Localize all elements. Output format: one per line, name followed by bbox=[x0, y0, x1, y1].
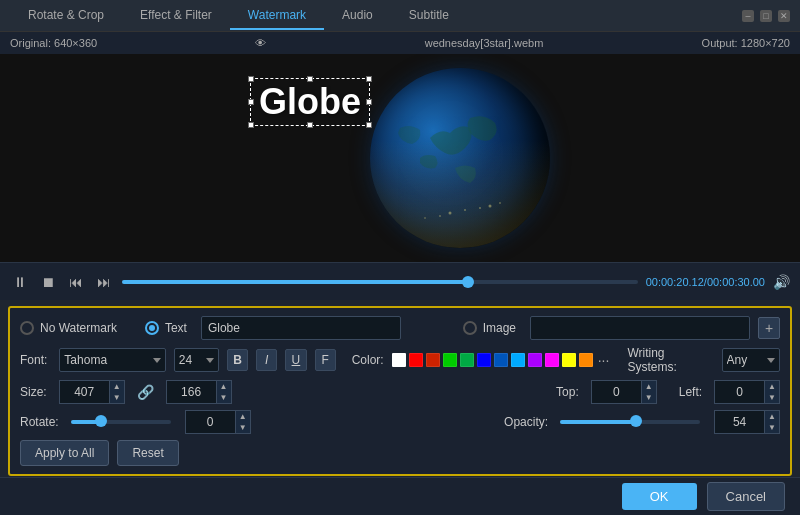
swatch-green[interactable] bbox=[443, 353, 457, 367]
resize-handle-bl[interactable] bbox=[248, 122, 254, 128]
text-radio[interactable] bbox=[145, 321, 159, 335]
reset-button[interactable]: Reset bbox=[117, 440, 178, 466]
svg-point-5 bbox=[424, 217, 426, 219]
svg-point-2 bbox=[439, 215, 441, 217]
size-height-down[interactable]: ▼ bbox=[217, 392, 231, 403]
opacity-down[interactable]: ▼ bbox=[765, 422, 779, 433]
size-height-up[interactable]: ▲ bbox=[217, 381, 231, 392]
no-watermark-option[interactable]: No Watermark bbox=[20, 321, 117, 335]
swatch-orange[interactable] bbox=[579, 353, 593, 367]
rotate-up[interactable]: ▲ bbox=[236, 411, 250, 422]
pause-button[interactable]: ⏸ bbox=[10, 272, 30, 292]
add-image-button[interactable]: + bbox=[758, 317, 780, 339]
resize-handle-ml[interactable] bbox=[248, 99, 254, 105]
tab-subtitle[interactable]: Subtitle bbox=[391, 2, 467, 30]
stop-button[interactable]: ⏹ bbox=[38, 272, 58, 292]
left-down[interactable]: ▼ bbox=[765, 392, 779, 403]
underline-button[interactable]: U bbox=[285, 349, 306, 371]
size-position-row: Size: ▲ ▼ 🔗 ▲ ▼ Top: ▲ ▼ Left: bbox=[20, 380, 780, 404]
rotate-input: ▲ ▼ bbox=[185, 410, 251, 434]
rotate-field[interactable] bbox=[185, 410, 235, 434]
minimize-button[interactable]: – bbox=[742, 10, 754, 22]
no-watermark-radio[interactable] bbox=[20, 321, 34, 335]
image-option[interactable]: Image bbox=[463, 321, 516, 335]
apply-to-all-button[interactable]: Apply to All bbox=[20, 440, 109, 466]
progress-track[interactable] bbox=[122, 280, 638, 284]
swatch-light-blue[interactable] bbox=[511, 353, 525, 367]
writing-systems-label: Writing Systems: bbox=[627, 346, 713, 374]
rotate-slider-thumb[interactable] bbox=[95, 415, 107, 427]
writing-systems-select[interactable]: Any bbox=[722, 348, 781, 372]
bold-button[interactable]: B bbox=[227, 349, 248, 371]
next-frame-button[interactable]: ⏭ bbox=[94, 272, 114, 292]
size-height-field[interactable] bbox=[166, 380, 216, 404]
volume-button[interactable]: 🔊 bbox=[773, 274, 790, 290]
opacity-spinners: ▲ ▼ bbox=[764, 410, 780, 434]
progress-thumb[interactable] bbox=[462, 276, 474, 288]
svg-point-4 bbox=[489, 205, 492, 208]
resize-handle-tm[interactable] bbox=[307, 76, 313, 82]
size-width-down[interactable]: ▼ bbox=[110, 392, 124, 403]
image-label: Image bbox=[483, 321, 516, 335]
font-size-select[interactable]: 24 bbox=[174, 348, 219, 372]
size-width-up[interactable]: ▲ bbox=[110, 381, 124, 392]
playback-bar: ⏸ ⏹ ⏮ ⏭ 00:00:20.12/00:00:30.00 🔊 bbox=[0, 262, 800, 300]
swatch-blue[interactable] bbox=[477, 353, 491, 367]
more-colors-button[interactable]: ··· bbox=[596, 352, 612, 368]
link-dimensions-button[interactable]: 🔗 bbox=[133, 384, 158, 400]
resize-handle-mr[interactable] bbox=[366, 99, 372, 105]
swatch-white[interactable] bbox=[392, 353, 406, 367]
resize-handle-tr[interactable] bbox=[366, 76, 372, 82]
opacity-slider[interactable] bbox=[560, 420, 700, 424]
ok-button[interactable]: OK bbox=[622, 483, 697, 510]
top-down[interactable]: ▼ bbox=[642, 392, 656, 403]
top-spinners: ▲ ▼ bbox=[641, 380, 657, 404]
close-button[interactable]: ✕ bbox=[778, 10, 790, 22]
globe-preview: Globe bbox=[230, 58, 570, 258]
swatch-yellow[interactable] bbox=[562, 353, 576, 367]
resize-handle-tl[interactable] bbox=[248, 76, 254, 82]
swatch-magenta[interactable] bbox=[545, 353, 559, 367]
left-up[interactable]: ▲ bbox=[765, 381, 779, 392]
resize-handle-bm[interactable] bbox=[307, 122, 313, 128]
opacity-field[interactable] bbox=[714, 410, 764, 434]
rotate-opacity-row: Rotate: ▲ ▼ Opacity: ▲ ▼ bbox=[20, 410, 780, 434]
top-up[interactable]: ▲ bbox=[642, 381, 656, 392]
watermark-text-overlay[interactable]: Globe bbox=[250, 78, 370, 126]
preview-canvas: Globe bbox=[0, 32, 800, 262]
visibility-toggle[interactable]: 👁 bbox=[255, 37, 266, 49]
tab-audio[interactable]: Audio bbox=[324, 2, 391, 30]
tab-bar: Rotate & Crop Effect & Filter Watermark … bbox=[0, 0, 800, 32]
swatch-dark-green[interactable] bbox=[460, 353, 474, 367]
swatch-purple[interactable] bbox=[528, 353, 542, 367]
resize-handle-br[interactable] bbox=[366, 122, 372, 128]
image-input[interactable] bbox=[530, 316, 750, 340]
tab-effect-filter[interactable]: Effect & Filter bbox=[122, 2, 230, 30]
size-width-field[interactable] bbox=[59, 380, 109, 404]
maximize-button[interactable]: □ bbox=[760, 10, 772, 22]
tab-rotate-crop[interactable]: Rotate & Crop bbox=[10, 2, 122, 30]
size-label: Size: bbox=[20, 385, 47, 399]
swatch-red[interactable] bbox=[409, 353, 423, 367]
rotate-slider[interactable] bbox=[71, 420, 171, 424]
font-select[interactable]: Tahoma bbox=[59, 348, 165, 372]
text-option[interactable]: Text bbox=[145, 321, 187, 335]
swatch-dark-red[interactable] bbox=[426, 353, 440, 367]
preview-area: Original: 640×360 👁 wednesday[3star].web… bbox=[0, 32, 800, 262]
strikethrough-button[interactable]: F bbox=[315, 349, 336, 371]
swatch-medium-blue[interactable] bbox=[494, 353, 508, 367]
image-radio[interactable] bbox=[463, 321, 477, 335]
left-field[interactable] bbox=[714, 380, 764, 404]
text-input[interactable] bbox=[201, 316, 401, 340]
tab-watermark[interactable]: Watermark bbox=[230, 2, 324, 30]
rotate-down[interactable]: ▼ bbox=[236, 422, 250, 433]
top-label: Top: bbox=[556, 385, 579, 399]
opacity-up[interactable]: ▲ bbox=[765, 411, 779, 422]
rotate-label: Rotate: bbox=[20, 415, 59, 429]
opacity-slider-thumb[interactable] bbox=[630, 415, 642, 427]
prev-frame-button[interactable]: ⏮ bbox=[66, 272, 86, 292]
size-height-input: ▲ ▼ bbox=[166, 380, 232, 404]
top-field[interactable] bbox=[591, 380, 641, 404]
italic-button[interactable]: I bbox=[256, 349, 277, 371]
cancel-button[interactable]: Cancel bbox=[707, 482, 785, 511]
